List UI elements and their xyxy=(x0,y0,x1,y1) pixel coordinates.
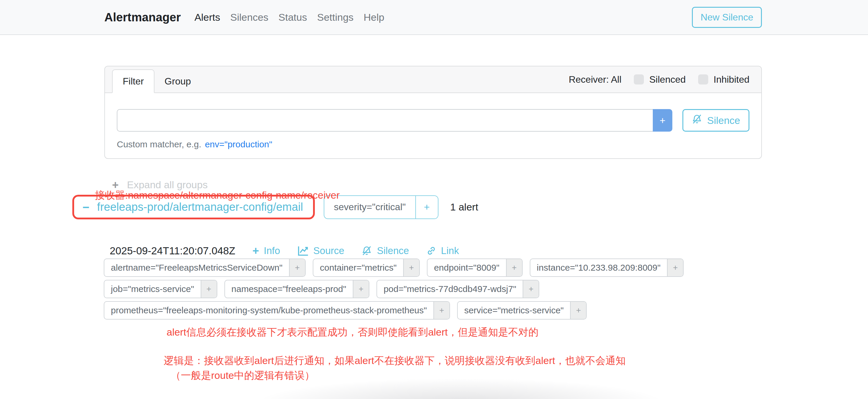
plus-icon: + xyxy=(253,245,259,256)
inhibited-checkbox-wrap[interactable]: Inhibited xyxy=(698,74,749,85)
filter-card: Filter Group Receiver: All Silenced Inhi… xyxy=(104,66,762,159)
label-tag: service="metrics-service"+ xyxy=(457,301,587,319)
add-matcher-button[interactable]: + xyxy=(653,109,672,132)
label-tag-text: service="metrics-service" xyxy=(458,302,570,319)
chart-icon xyxy=(297,245,309,256)
app-brand: Alertmanager xyxy=(104,11,181,24)
receiver-dropdown[interactable]: Receiver: All xyxy=(568,74,621,85)
inhibited-checkbox[interactable] xyxy=(698,74,708,85)
alert-actions: +InfoSourceSilenceLink xyxy=(253,245,459,256)
filter-header-controls: Receiver: All Silenced Inhibited xyxy=(568,74,749,85)
label-tag: container="metrics"+ xyxy=(313,258,420,277)
alert-action-source[interactable]: Source xyxy=(297,245,344,256)
nav-item-help[interactable]: Help xyxy=(364,11,384,23)
label-tag: prometheus="freeleaps-monitoring-system/… xyxy=(104,301,450,319)
label-tag: alertname="FreeleapsMetricsServiceDown"+ xyxy=(104,258,306,277)
label-tag-add-button[interactable]: + xyxy=(506,259,522,276)
navbar: Alertmanager AlertsSilencesStatusSetting… xyxy=(0,0,868,35)
label-tag-text: namespace="freeleaps-prod" xyxy=(225,280,353,298)
label-tag: job="metrics-service"+ xyxy=(104,280,217,298)
label-tag-text: alertname="FreeleapsMetricsServiceDown" xyxy=(104,259,289,276)
matcher-input-group: + xyxy=(117,109,672,132)
matcher-hint: Custom matcher, e.g.env="production" xyxy=(117,139,749,149)
filter-tabs: Filter Group xyxy=(112,69,201,93)
inhibited-label: Inhibited xyxy=(714,74,749,85)
nav-item-silences[interactable]: Silences xyxy=(230,11,269,23)
label-tag-add-button[interactable]: + xyxy=(289,259,305,276)
tab-filter[interactable]: Filter xyxy=(112,69,154,93)
receiver-group-link[interactable]: freeleaps-prod/alertmanager-config/email xyxy=(97,201,303,213)
group-matcher-chip: severity="critical" + xyxy=(324,195,438,219)
matcher-example-link[interactable]: env="production" xyxy=(205,139,272,149)
label-tag-add-button[interactable]: + xyxy=(433,302,450,319)
alert-header-row: 2025-09-24T11:20:07.048Z +InfoSourceSile… xyxy=(110,245,868,257)
annotation-alert-note: alert信息必须在接收器下才表示配置成功，否则即使能看到alert，但是通知是… xyxy=(166,326,538,339)
label-tag-add-button[interactable]: + xyxy=(523,280,539,298)
nav-item-status[interactable]: Status xyxy=(278,11,307,23)
label-tag: endpoint="8009"+ xyxy=(427,258,523,277)
annotation-logic-note-line2: （一般是route中的逻辑有错误） xyxy=(171,369,315,382)
label-tag-text: job="metrics-service" xyxy=(104,280,201,298)
bell-slash-icon xyxy=(692,114,702,127)
silenced-checkbox[interactable] xyxy=(634,74,644,85)
annotation-logic-note-line1: 逻辑是：接收器收到alert后进行通知，如果alert不在接收器下，说明接收器没… xyxy=(164,354,625,368)
group-matcher-add-button[interactable]: + xyxy=(415,196,438,218)
silence-button[interactable]: Silence xyxy=(682,109,749,132)
alert-timestamp: 2025-09-24T11:20:07.048Z xyxy=(110,245,236,257)
matcher-input[interactable] xyxy=(117,109,653,132)
alertmanager-page: Alertmanager AlertsSilencesStatusSetting… xyxy=(0,0,868,399)
alert-labels: alertname="FreeleapsMetricsServiceDown"+… xyxy=(104,258,753,319)
filter-card-header: Filter Group Receiver: All Silenced Inhi… xyxy=(105,66,761,93)
label-tag-text: pod="metrics-77d9cdb497-wdsj7" xyxy=(377,280,523,298)
label-tag: instance="10.233.98.209:8009"+ xyxy=(530,258,684,277)
tab-group[interactable]: Group xyxy=(154,69,201,93)
label-tag-add-button[interactable]: + xyxy=(667,259,683,276)
label-tag-add-button[interactable]: + xyxy=(403,259,419,276)
nav-links: AlertsSilencesStatusSettingsHelp xyxy=(194,11,384,23)
alert-action-link[interactable]: Link xyxy=(426,245,459,256)
filter-card-body: + Silence Custom matcher, e.g.env="produ… xyxy=(105,93,761,158)
label-tag-text: endpoint="8009" xyxy=(428,259,506,276)
label-tag: pod="metrics-77d9cdb497-wdsj7"+ xyxy=(376,280,539,298)
alert-action-info[interactable]: +Info xyxy=(253,245,280,256)
label-tag-add-button[interactable]: + xyxy=(570,302,586,319)
label-tag-add-button[interactable]: + xyxy=(201,280,217,298)
bell-slash-icon xyxy=(361,246,372,256)
label-tag-text: prometheus="freeleaps-monitoring-system/… xyxy=(104,302,433,319)
label-tag: namespace="freeleaps-prod"+ xyxy=(224,280,369,298)
nav-item-alerts[interactable]: Alerts xyxy=(194,11,220,23)
link-icon xyxy=(426,246,436,256)
label-tag-text: container="metrics" xyxy=(313,259,403,276)
label-tag-text: instance="10.233.98.209:8009" xyxy=(530,259,667,276)
silenced-checkbox-wrap[interactable]: Silenced xyxy=(634,74,686,85)
silenced-label: Silenced xyxy=(649,74,686,85)
collapse-group-button[interactable]: − xyxy=(83,201,89,213)
nav-item-settings[interactable]: Settings xyxy=(317,11,354,23)
new-silence-button[interactable]: New Silence xyxy=(692,7,762,28)
annotation-receiver-note: 接收器:namespace/altermanager-config-name/r… xyxy=(95,188,340,202)
alert-action-silence[interactable]: Silence xyxy=(361,245,409,256)
alert-count: 1 alert xyxy=(450,201,478,213)
label-tag-add-button[interactable]: + xyxy=(353,280,369,298)
